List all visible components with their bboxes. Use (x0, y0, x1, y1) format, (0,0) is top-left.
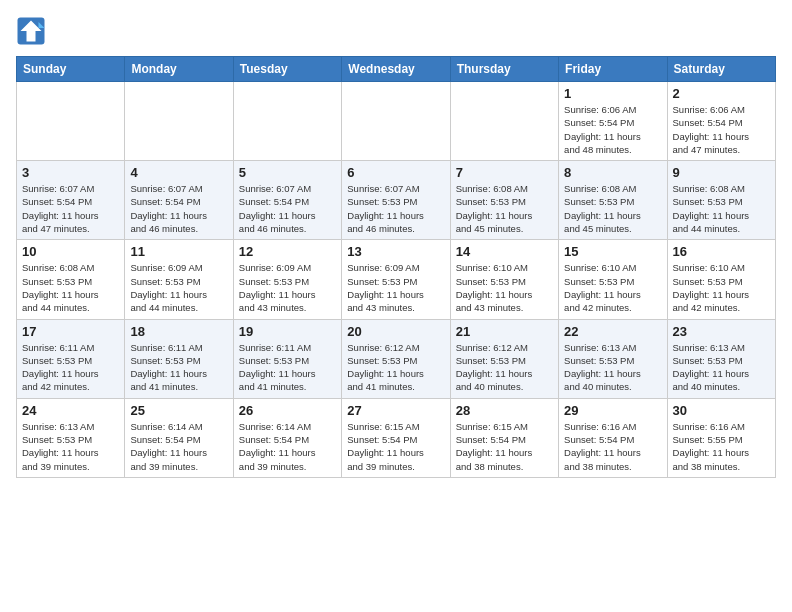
day-info: Sunrise: 6:08 AM Sunset: 5:53 PM Dayligh… (456, 182, 553, 235)
day-number: 24 (22, 403, 119, 418)
calendar-cell: 9Sunrise: 6:08 AM Sunset: 5:53 PM Daylig… (667, 161, 775, 240)
day-info: Sunrise: 6:13 AM Sunset: 5:53 PM Dayligh… (22, 420, 119, 473)
day-info: Sunrise: 6:10 AM Sunset: 5:53 PM Dayligh… (564, 261, 661, 314)
calendar-cell: 21Sunrise: 6:12 AM Sunset: 5:53 PM Dayli… (450, 319, 558, 398)
calendar-cell: 20Sunrise: 6:12 AM Sunset: 5:53 PM Dayli… (342, 319, 450, 398)
calendar-week-row: 24Sunrise: 6:13 AM Sunset: 5:53 PM Dayli… (17, 398, 776, 477)
day-info: Sunrise: 6:07 AM Sunset: 5:54 PM Dayligh… (130, 182, 227, 235)
calendar-cell: 26Sunrise: 6:14 AM Sunset: 5:54 PM Dayli… (233, 398, 341, 477)
calendar-cell: 17Sunrise: 6:11 AM Sunset: 5:53 PM Dayli… (17, 319, 125, 398)
calendar-cell: 12Sunrise: 6:09 AM Sunset: 5:53 PM Dayli… (233, 240, 341, 319)
day-info: Sunrise: 6:11 AM Sunset: 5:53 PM Dayligh… (22, 341, 119, 394)
weekday-header: Saturday (667, 57, 775, 82)
weekday-header: Friday (559, 57, 667, 82)
day-info: Sunrise: 6:08 AM Sunset: 5:53 PM Dayligh… (564, 182, 661, 235)
day-number: 29 (564, 403, 661, 418)
calendar-header-row: SundayMondayTuesdayWednesdayThursdayFrid… (17, 57, 776, 82)
calendar-cell: 28Sunrise: 6:15 AM Sunset: 5:54 PM Dayli… (450, 398, 558, 477)
day-info: Sunrise: 6:15 AM Sunset: 5:54 PM Dayligh… (456, 420, 553, 473)
calendar-cell: 23Sunrise: 6:13 AM Sunset: 5:53 PM Dayli… (667, 319, 775, 398)
calendar-cell: 30Sunrise: 6:16 AM Sunset: 5:55 PM Dayli… (667, 398, 775, 477)
day-number: 21 (456, 324, 553, 339)
day-info: Sunrise: 6:14 AM Sunset: 5:54 PM Dayligh… (130, 420, 227, 473)
day-info: Sunrise: 6:13 AM Sunset: 5:53 PM Dayligh… (564, 341, 661, 394)
day-number: 14 (456, 244, 553, 259)
calendar-table: SundayMondayTuesdayWednesdayThursdayFrid… (16, 56, 776, 478)
day-number: 13 (347, 244, 444, 259)
calendar-cell: 3Sunrise: 6:07 AM Sunset: 5:54 PM Daylig… (17, 161, 125, 240)
weekday-header: Tuesday (233, 57, 341, 82)
day-number: 22 (564, 324, 661, 339)
day-number: 7 (456, 165, 553, 180)
weekday-header: Monday (125, 57, 233, 82)
day-number: 10 (22, 244, 119, 259)
day-info: Sunrise: 6:09 AM Sunset: 5:53 PM Dayligh… (239, 261, 336, 314)
calendar-cell: 7Sunrise: 6:08 AM Sunset: 5:53 PM Daylig… (450, 161, 558, 240)
day-info: Sunrise: 6:16 AM Sunset: 5:55 PM Dayligh… (673, 420, 770, 473)
calendar-cell: 5Sunrise: 6:07 AM Sunset: 5:54 PM Daylig… (233, 161, 341, 240)
calendar-cell: 22Sunrise: 6:13 AM Sunset: 5:53 PM Dayli… (559, 319, 667, 398)
day-number: 28 (456, 403, 553, 418)
calendar-cell: 27Sunrise: 6:15 AM Sunset: 5:54 PM Dayli… (342, 398, 450, 477)
calendar-cell: 1Sunrise: 6:06 AM Sunset: 5:54 PM Daylig… (559, 82, 667, 161)
calendar-cell: 19Sunrise: 6:11 AM Sunset: 5:53 PM Dayli… (233, 319, 341, 398)
day-number: 16 (673, 244, 770, 259)
day-info: Sunrise: 6:10 AM Sunset: 5:53 PM Dayligh… (673, 261, 770, 314)
calendar-week-row: 1Sunrise: 6:06 AM Sunset: 5:54 PM Daylig… (17, 82, 776, 161)
day-number: 23 (673, 324, 770, 339)
day-info: Sunrise: 6:07 AM Sunset: 5:53 PM Dayligh… (347, 182, 444, 235)
day-number: 12 (239, 244, 336, 259)
weekday-header: Sunday (17, 57, 125, 82)
calendar-cell (233, 82, 341, 161)
day-info: Sunrise: 6:16 AM Sunset: 5:54 PM Dayligh… (564, 420, 661, 473)
day-number: 25 (130, 403, 227, 418)
day-info: Sunrise: 6:08 AM Sunset: 5:53 PM Dayligh… (673, 182, 770, 235)
calendar-cell: 13Sunrise: 6:09 AM Sunset: 5:53 PM Dayli… (342, 240, 450, 319)
day-info: Sunrise: 6:09 AM Sunset: 5:53 PM Dayligh… (347, 261, 444, 314)
day-info: Sunrise: 6:11 AM Sunset: 5:53 PM Dayligh… (239, 341, 336, 394)
calendar-cell: 29Sunrise: 6:16 AM Sunset: 5:54 PM Dayli… (559, 398, 667, 477)
day-info: Sunrise: 6:06 AM Sunset: 5:54 PM Dayligh… (564, 103, 661, 156)
day-number: 15 (564, 244, 661, 259)
day-info: Sunrise: 6:14 AM Sunset: 5:54 PM Dayligh… (239, 420, 336, 473)
calendar-cell: 2Sunrise: 6:06 AM Sunset: 5:54 PM Daylig… (667, 82, 775, 161)
day-info: Sunrise: 6:12 AM Sunset: 5:53 PM Dayligh… (456, 341, 553, 394)
day-number: 2 (673, 86, 770, 101)
day-info: Sunrise: 6:15 AM Sunset: 5:54 PM Dayligh… (347, 420, 444, 473)
day-info: Sunrise: 6:06 AM Sunset: 5:54 PM Dayligh… (673, 103, 770, 156)
logo (16, 16, 50, 46)
calendar-week-row: 3Sunrise: 6:07 AM Sunset: 5:54 PM Daylig… (17, 161, 776, 240)
day-info: Sunrise: 6:07 AM Sunset: 5:54 PM Dayligh… (22, 182, 119, 235)
day-number: 4 (130, 165, 227, 180)
calendar-cell (450, 82, 558, 161)
calendar-cell: 24Sunrise: 6:13 AM Sunset: 5:53 PM Dayli… (17, 398, 125, 477)
day-number: 9 (673, 165, 770, 180)
calendar-cell: 25Sunrise: 6:14 AM Sunset: 5:54 PM Dayli… (125, 398, 233, 477)
calendar-week-row: 10Sunrise: 6:08 AM Sunset: 5:53 PM Dayli… (17, 240, 776, 319)
calendar-cell: 18Sunrise: 6:11 AM Sunset: 5:53 PM Dayli… (125, 319, 233, 398)
calendar-cell: 4Sunrise: 6:07 AM Sunset: 5:54 PM Daylig… (125, 161, 233, 240)
calendar-cell (17, 82, 125, 161)
calendar-cell (342, 82, 450, 161)
day-number: 1 (564, 86, 661, 101)
calendar-cell: 11Sunrise: 6:09 AM Sunset: 5:53 PM Dayli… (125, 240, 233, 319)
calendar-week-row: 17Sunrise: 6:11 AM Sunset: 5:53 PM Dayli… (17, 319, 776, 398)
day-info: Sunrise: 6:07 AM Sunset: 5:54 PM Dayligh… (239, 182, 336, 235)
day-info: Sunrise: 6:08 AM Sunset: 5:53 PM Dayligh… (22, 261, 119, 314)
day-number: 27 (347, 403, 444, 418)
day-number: 5 (239, 165, 336, 180)
weekday-header: Wednesday (342, 57, 450, 82)
calendar-cell: 8Sunrise: 6:08 AM Sunset: 5:53 PM Daylig… (559, 161, 667, 240)
calendar-cell: 6Sunrise: 6:07 AM Sunset: 5:53 PM Daylig… (342, 161, 450, 240)
day-info: Sunrise: 6:09 AM Sunset: 5:53 PM Dayligh… (130, 261, 227, 314)
day-info: Sunrise: 6:10 AM Sunset: 5:53 PM Dayligh… (456, 261, 553, 314)
weekday-header: Thursday (450, 57, 558, 82)
day-number: 19 (239, 324, 336, 339)
day-number: 3 (22, 165, 119, 180)
day-number: 8 (564, 165, 661, 180)
calendar-cell: 10Sunrise: 6:08 AM Sunset: 5:53 PM Dayli… (17, 240, 125, 319)
logo-icon (16, 16, 46, 46)
day-number: 6 (347, 165, 444, 180)
day-info: Sunrise: 6:11 AM Sunset: 5:53 PM Dayligh… (130, 341, 227, 394)
day-number: 11 (130, 244, 227, 259)
